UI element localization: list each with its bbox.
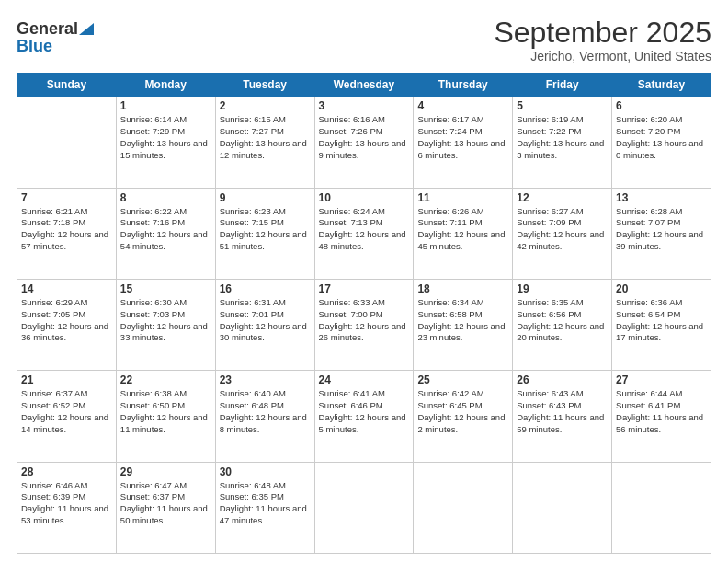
calendar-week-row: 7Sunrise: 6:21 AM Sunset: 7:18 PM Daylig… (17, 188, 711, 279)
table-row (513, 462, 612, 553)
day-number: 14 (21, 282, 112, 295)
cell-info: Sunrise: 6:15 AM Sunset: 7:27 PM Dayligh… (220, 114, 311, 161)
cell-info: Sunrise: 6:48 AM Sunset: 6:35 PM Dayligh… (220, 480, 311, 527)
day-number: 10 (319, 191, 410, 204)
day-number: 30 (220, 465, 311, 478)
cell-info: Sunrise: 6:41 AM Sunset: 6:46 PM Dayligh… (319, 388, 410, 435)
table-row: 28Sunrise: 6:46 AM Sunset: 6:39 PM Dayli… (17, 462, 117, 553)
cell-info: Sunrise: 6:34 AM Sunset: 6:58 PM Dayligh… (417, 297, 508, 344)
cell-info: Sunrise: 6:36 AM Sunset: 6:54 PM Dayligh… (616, 297, 707, 344)
cell-info: Sunrise: 6:28 AM Sunset: 7:07 PM Dayligh… (616, 206, 707, 253)
day-number: 11 (417, 191, 508, 204)
table-row: 2Sunrise: 6:15 AM Sunset: 7:27 PM Daylig… (215, 97, 314, 188)
table-row: 8Sunrise: 6:22 AM Sunset: 7:16 PM Daylig… (116, 188, 215, 279)
page-header: General Blue September 2025 Jericho, Ver… (17, 17, 711, 63)
day-number: 22 (120, 373, 211, 386)
day-number: 4 (417, 99, 508, 112)
svg-marker-0 (79, 23, 94, 35)
cell-info: Sunrise: 6:23 AM Sunset: 7:15 PM Dayligh… (220, 206, 311, 253)
table-row: 14Sunrise: 6:29 AM Sunset: 7:05 PM Dayli… (17, 279, 117, 370)
table-row: 4Sunrise: 6:17 AM Sunset: 7:24 PM Daylig… (414, 97, 513, 188)
col-sunday: Sunday (17, 74, 117, 97)
day-number: 2 (220, 99, 311, 112)
table-row: 13Sunrise: 6:28 AM Sunset: 7:07 PM Dayli… (612, 188, 711, 279)
table-row: 24Sunrise: 6:41 AM Sunset: 6:46 PM Dayli… (314, 371, 414, 462)
cell-info: Sunrise: 6:33 AM Sunset: 7:00 PM Dayligh… (319, 297, 410, 344)
table-row: 12Sunrise: 6:27 AM Sunset: 7:09 PM Dayli… (513, 188, 612, 279)
day-number: 8 (120, 191, 211, 204)
table-row: 21Sunrise: 6:37 AM Sunset: 6:52 PM Dayli… (17, 371, 117, 462)
cell-info: Sunrise: 6:37 AM Sunset: 6:52 PM Dayligh… (21, 388, 112, 435)
day-number: 23 (220, 373, 311, 386)
cell-info: Sunrise: 6:47 AM Sunset: 6:37 PM Dayligh… (120, 480, 211, 527)
table-row: 20Sunrise: 6:36 AM Sunset: 6:54 PM Dayli… (612, 279, 711, 370)
table-row: 11Sunrise: 6:26 AM Sunset: 7:11 PM Dayli… (414, 188, 513, 279)
table-row: 7Sunrise: 6:21 AM Sunset: 7:18 PM Daylig… (17, 188, 117, 279)
day-number: 15 (120, 282, 211, 295)
table-row: 16Sunrise: 6:31 AM Sunset: 7:01 PM Dayli… (215, 279, 314, 370)
cell-info: Sunrise: 6:38 AM Sunset: 6:50 PM Dayligh… (120, 388, 211, 435)
day-number: 6 (616, 99, 707, 112)
col-wednesday: Wednesday (314, 74, 414, 97)
table-row: 30Sunrise: 6:48 AM Sunset: 6:35 PM Dayli… (215, 462, 314, 553)
cell-info: Sunrise: 6:42 AM Sunset: 6:45 PM Dayligh… (417, 388, 508, 435)
table-row: 29Sunrise: 6:47 AM Sunset: 6:37 PM Dayli… (116, 462, 215, 553)
day-number: 26 (517, 373, 608, 386)
cell-info: Sunrise: 6:30 AM Sunset: 7:03 PM Dayligh… (120, 297, 211, 344)
calendar-header-row: Sunday Monday Tuesday Wednesday Thursday… (17, 74, 711, 97)
cell-info: Sunrise: 6:19 AM Sunset: 7:22 PM Dayligh… (517, 114, 608, 161)
day-number: 21 (21, 373, 112, 386)
table-row: 6Sunrise: 6:20 AM Sunset: 7:20 PM Daylig… (612, 97, 711, 188)
cell-info: Sunrise: 6:40 AM Sunset: 6:48 PM Dayligh… (220, 388, 311, 435)
table-row: 19Sunrise: 6:35 AM Sunset: 6:56 PM Dayli… (513, 279, 612, 370)
calendar-week-row: 28Sunrise: 6:46 AM Sunset: 6:39 PM Dayli… (17, 462, 711, 553)
cell-info: Sunrise: 6:24 AM Sunset: 7:13 PM Dayligh… (319, 206, 410, 253)
day-number: 20 (616, 282, 707, 295)
table-row: 3Sunrise: 6:16 AM Sunset: 7:26 PM Daylig… (314, 97, 414, 188)
calendar-week-row: 14Sunrise: 6:29 AM Sunset: 7:05 PM Dayli… (17, 279, 711, 370)
day-number: 28 (21, 465, 112, 478)
cell-info: Sunrise: 6:17 AM Sunset: 7:24 PM Dayligh… (417, 114, 508, 161)
table-row: 17Sunrise: 6:33 AM Sunset: 7:00 PM Dayli… (314, 279, 414, 370)
day-number: 18 (417, 282, 508, 295)
location-subtitle: Jericho, Vermont, United States (494, 49, 711, 63)
cell-info: Sunrise: 6:16 AM Sunset: 7:26 PM Dayligh… (319, 114, 410, 161)
day-number: 17 (319, 282, 410, 295)
cell-info: Sunrise: 6:46 AM Sunset: 6:39 PM Dayligh… (21, 480, 112, 527)
table-row: 1Sunrise: 6:14 AM Sunset: 7:29 PM Daylig… (116, 97, 215, 188)
day-number: 5 (517, 99, 608, 112)
col-friday: Friday (513, 74, 612, 97)
table-row: 26Sunrise: 6:43 AM Sunset: 6:43 PM Dayli… (513, 371, 612, 462)
table-row (17, 97, 117, 188)
cell-info: Sunrise: 6:20 AM Sunset: 7:20 PM Dayligh… (616, 114, 707, 161)
cell-info: Sunrise: 6:26 AM Sunset: 7:11 PM Dayligh… (417, 206, 508, 253)
table-row: 15Sunrise: 6:30 AM Sunset: 7:03 PM Dayli… (116, 279, 215, 370)
cell-info: Sunrise: 6:35 AM Sunset: 6:56 PM Dayligh… (517, 297, 608, 344)
logo-general: General (17, 20, 78, 37)
table-row: 9Sunrise: 6:23 AM Sunset: 7:15 PM Daylig… (215, 188, 314, 279)
day-number: 19 (517, 282, 608, 295)
table-row: 18Sunrise: 6:34 AM Sunset: 6:58 PM Dayli… (414, 279, 513, 370)
col-thursday: Thursday (414, 74, 513, 97)
table-row: 23Sunrise: 6:40 AM Sunset: 6:48 PM Dayli… (215, 371, 314, 462)
cell-info: Sunrise: 6:14 AM Sunset: 7:29 PM Dayligh… (120, 114, 211, 161)
day-number: 12 (517, 191, 608, 204)
table-row (612, 462, 711, 553)
table-row: 10Sunrise: 6:24 AM Sunset: 7:13 PM Dayli… (314, 188, 414, 279)
day-number: 9 (220, 191, 311, 204)
table-row (314, 462, 414, 553)
logo: General Blue (17, 20, 95, 54)
day-number: 1 (120, 99, 211, 112)
cell-info: Sunrise: 6:21 AM Sunset: 7:18 PM Dayligh… (21, 206, 112, 253)
day-number: 29 (120, 465, 211, 478)
table-row: 22Sunrise: 6:38 AM Sunset: 6:50 PM Dayli… (116, 371, 215, 462)
col-monday: Monday (116, 74, 215, 97)
table-row: 27Sunrise: 6:44 AM Sunset: 6:41 PM Dayli… (612, 371, 711, 462)
day-number: 24 (319, 373, 410, 386)
logo-icon (79, 23, 94, 35)
logo-blue: Blue (17, 38, 52, 54)
col-saturday: Saturday (612, 74, 711, 97)
table-row: 5Sunrise: 6:19 AM Sunset: 7:22 PM Daylig… (513, 97, 612, 188)
table-row (414, 462, 513, 553)
table-row: 25Sunrise: 6:42 AM Sunset: 6:45 PM Dayli… (414, 371, 513, 462)
